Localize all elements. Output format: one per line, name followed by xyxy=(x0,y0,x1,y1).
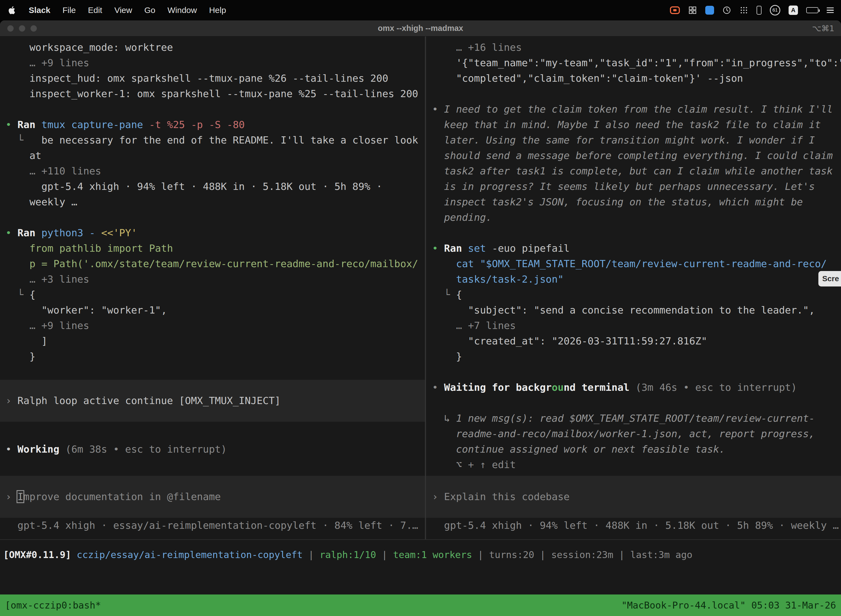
text-run: └ xyxy=(6,289,29,300)
text-run: • xyxy=(6,227,18,238)
terminal-line xyxy=(0,210,425,225)
pane-left-composer: › Improve documentation in @filename gpt… xyxy=(0,476,425,533)
pane-right-composer: › Explain this codebase gpt-5.4 xhigh · … xyxy=(426,476,841,533)
text-run: | xyxy=(303,549,319,560)
text-run: Ralph loop active continue [OMX_TMUX_INJ… xyxy=(18,395,281,406)
text-run: gpt-5.4 xhigh · 94% left · 488K in · 5.1… xyxy=(432,520,839,531)
text-run: Working xyxy=(18,443,65,455)
terminal-line: inspect_worker-1: omx sparkshell --tmux-… xyxy=(0,86,425,101)
tmux-pane-left[interactable]: workspace_mode: worktree … +9 lines insp… xyxy=(0,37,425,539)
text-run: inspect task2's JSON, focusing on the st… xyxy=(432,196,803,208)
text-run: continue assigned work or next feasible … xyxy=(432,443,725,455)
text-run: inspect_hud: omx sparkshell --tmux-pane … xyxy=(6,73,388,84)
text-run: [OMX#0.11.9] xyxy=(3,549,77,560)
tmux-pane-right[interactable]: … +16 lines '{"team_name":"my-team","tas… xyxy=(426,37,841,539)
text-run: "created_at": "2026-03-31T11:59:27.816Z" xyxy=(432,335,707,347)
menu-view[interactable]: View xyxy=(109,6,137,15)
text-run: "worker": "worker-1", xyxy=(6,304,167,316)
text-run: … +16 lines xyxy=(432,42,522,53)
text-run: <<'PY' xyxy=(101,227,137,238)
working-status-line: • Working (6m 38s • esc to interrupt) xyxy=(0,441,425,457)
menu-lines-icon[interactable] xyxy=(827,4,834,16)
text-run: › xyxy=(6,395,18,406)
menubar-status-icons: 61 A xyxy=(670,4,834,16)
iphone-icon[interactable] xyxy=(757,4,762,16)
text-run: (6m 38s • esc to interrupt) xyxy=(65,443,227,455)
text-run: Ran xyxy=(18,227,41,238)
omx-status-text: [OMX#0.11.9] cczip/essay/ai-reimplementa… xyxy=(3,547,841,562)
menu-help[interactable]: Help xyxy=(204,6,231,15)
terminal-line: weekly … xyxy=(0,194,425,210)
terminal-line: inspect task2's JSON, focusing on the st… xyxy=(426,194,841,210)
text-run: gpt-5.4 xhigh · 94% left · 488K in · 5.1… xyxy=(6,181,382,192)
menu-go[interactable]: Go xyxy=(139,6,160,15)
terminal-line: pending. xyxy=(426,210,841,225)
text-run: tasks/task-2.json" xyxy=(432,273,564,285)
text-run: turns:20 xyxy=(489,549,534,560)
text-run: • xyxy=(432,382,444,393)
pane-left-scrollback: workspace_mode: worktree … +9 lines insp… xyxy=(0,40,425,457)
text-run: Waiting for backgr xyxy=(444,382,552,393)
text-run: mprove documentation in @filename xyxy=(23,491,221,502)
text-run: -euo pipefail xyxy=(492,243,570,254)
dots-grid-icon[interactable] xyxy=(740,4,748,16)
text-run: keep that in mind. Maybe I also need the… xyxy=(432,119,821,130)
text-run: • xyxy=(6,443,18,455)
grid-app-icon[interactable] xyxy=(688,4,697,16)
text-run: task2 after task1 is complete, but can I… xyxy=(432,165,833,177)
menu-edit[interactable]: Edit xyxy=(83,6,107,15)
apple-menu-icon[interactable] xyxy=(7,6,16,15)
window-titlebar[interactable]: omx --xhigh --madmax ⌥⌘1 xyxy=(0,21,841,37)
text-run: … +9 lines xyxy=(6,57,89,69)
terminal-line: • Ran python3 - <<'PY' xyxy=(0,225,425,241)
terminal-line: ↳ 1 new msg(s): read $OMX_TEAM_STATE_ROO… xyxy=(426,411,841,426)
menu-window[interactable]: Window xyxy=(163,6,202,15)
injected-message-bar: › Ralph loop active continue [OMX_TMUX_I… xyxy=(0,380,425,422)
battery-percent-gauge[interactable]: 61 xyxy=(770,5,780,15)
text-run: tmux capture-pane xyxy=(41,119,149,130)
terminal-line: keep that in mind. Maybe I also need the… xyxy=(426,117,841,132)
terminal-line: ] xyxy=(0,333,425,349)
omx-status-line: [OMX#0.11.9] cczip/essay/ai-reimplementa… xyxy=(0,539,841,594)
terminal-line: } xyxy=(426,349,841,364)
text-run: '{"team_name":"my-team","task_id":"1","f… xyxy=(432,57,841,69)
composer-input-bar[interactable]: › Improve documentation in @filename xyxy=(0,476,425,518)
battery-icon[interactable] xyxy=(806,4,818,16)
battery-percent-label: 61 xyxy=(772,7,778,13)
composer-input-bar[interactable]: › Explain this codebase xyxy=(426,476,841,518)
text-run: "completed","claim_token":"claim-token"}… xyxy=(432,73,743,84)
terminal-line: "worker": "worker-1", xyxy=(0,302,425,318)
terminal-line: • Ran tmux capture-pane -t %25 -p -S -80 xyxy=(0,117,425,132)
menu-app-slack[interactable]: Slack xyxy=(24,6,55,15)
terminal-line: tasks/task-2.json" xyxy=(426,271,841,287)
text-run: be necessary for the end of the README. … xyxy=(41,134,418,146)
text-run: … +7 lines xyxy=(432,320,516,331)
text-run: { xyxy=(29,289,35,300)
text-run: weekly … xyxy=(6,196,77,208)
text-run: } xyxy=(6,351,35,362)
pane-right-scrollback: … +16 lines '{"team_name":"my-team","tas… xyxy=(426,40,841,472)
text-run: … +3 lines xyxy=(6,273,89,285)
clock-icon[interactable] xyxy=(722,4,731,16)
text-run: ⌥ + ↑ edit xyxy=(432,459,516,470)
terminal-line xyxy=(426,86,841,101)
keyboard-layout-icon[interactable]: A xyxy=(788,6,798,15)
text-run: should send a message before completing … xyxy=(432,150,833,161)
pane-footer: gpt-5.4 xhigh · 94% left · 488K in · 5.1… xyxy=(426,518,841,533)
terminal-line: › Ralph loop active continue [OMX_TMUX_I… xyxy=(0,393,281,408)
text-run: set xyxy=(468,243,492,254)
blue-app-icon[interactable] xyxy=(705,4,714,16)
menu-file[interactable]: File xyxy=(57,6,81,15)
window-title: omx --xhigh --madmax xyxy=(0,24,841,33)
text-run: pending. xyxy=(432,212,492,223)
terminal-window: omx --xhigh --madmax ⌥⌘1 workspace_mode:… xyxy=(0,21,841,616)
terminal-line: › Improve documentation in @filename xyxy=(0,489,221,505)
terminal-line: cat "$OMX_TEAM_STATE_ROOT/team/review-cu… xyxy=(426,256,841,271)
terminal-line: • Ran set -euo pipefail xyxy=(426,241,841,256)
keyboard-layout-label: A xyxy=(791,7,796,14)
tmux-status-bar: [omx-cczip0:bash* "MacBook-Pro-44.local"… xyxy=(0,594,841,616)
terminal-line: gpt-5.4 xhigh · 94% left · 488K in · 5.1… xyxy=(0,179,425,194)
text-run: › xyxy=(6,491,18,502)
screen-recording-stop-icon[interactable] xyxy=(670,4,680,16)
tmux-host-clock: "MacBook-Pro-44.local" 05:03 31-Mar-26 xyxy=(621,600,836,611)
